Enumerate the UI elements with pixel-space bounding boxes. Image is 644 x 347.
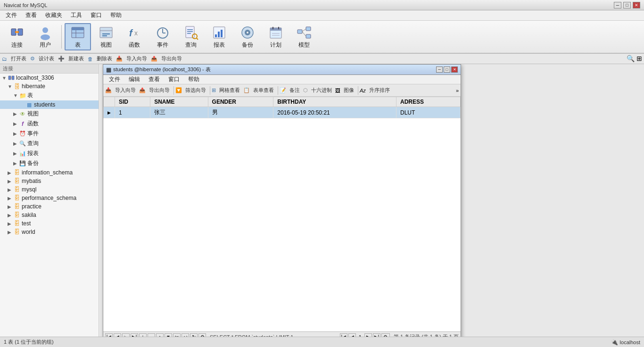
menu-tools[interactable]: 工具: [67, 10, 86, 20]
tree-table-students[interactable]: ▦ students: [0, 100, 99, 109]
tree-db-test[interactable]: ▶ 🗄 test: [0, 219, 99, 228]
nav-config[interactable]: ⚙: [198, 333, 206, 337]
btn-design-table[interactable]: 设计表: [36, 55, 57, 63]
toolbar-backup[interactable]: 备份: [234, 23, 261, 50]
tree-reports-folder[interactable]: ▶ 📊 报表: [0, 149, 99, 158]
close-button[interactable]: ✕: [633, 2, 640, 8]
nav-page-last[interactable]: ▶|: [373, 333, 380, 337]
nav-delete[interactable]: −: [148, 333, 155, 337]
toolbar-user[interactable]: 用户: [32, 23, 58, 50]
fw-toolbar-sep3: [278, 86, 278, 95]
tree-tables-folder[interactable]: ▼ 📁 表: [0, 91, 99, 100]
th-birthday[interactable]: BIRTHDAY: [273, 97, 396, 107]
toolbar-function[interactable]: fx 函数: [121, 23, 148, 50]
tree-db-performance-schema[interactable]: ▶ 🗄 performance_schema: [0, 194, 99, 202]
cell-birthday[interactable]: 2016-05-19 20:50:21: [273, 107, 396, 118]
nav-page-prev[interactable]: ◀: [348, 333, 356, 337]
fw-btn-image[interactable]: 图像: [341, 86, 356, 95]
tree-db-practice[interactable]: ▶ 🗄 practice: [0, 202, 99, 211]
th-row-indicator: [104, 97, 115, 107]
maximize-button[interactable]: □: [623, 2, 631, 8]
menu-favorites[interactable]: 收藏夹: [41, 10, 66, 20]
tree-db-information-schema[interactable]: ▶ 🗄 information_schema: [0, 168, 99, 177]
views-icon: 👁: [19, 111, 26, 117]
cell-gender[interactable]: 男: [208, 107, 273, 118]
fw-close-btn[interactable]: ✕: [451, 66, 458, 73]
table-row[interactable]: ▶ 1 张三 男 2016-05-19 20:50:21 DLUT: [104, 107, 461, 118]
search-icon[interactable]: 🔍: [627, 55, 635, 62]
fw-btn-sort[interactable]: 升序排序: [367, 86, 392, 95]
nav-page-next[interactable]: ▶: [364, 333, 372, 337]
toolbar-model[interactable]: 模型: [291, 23, 317, 50]
fw-menu-window[interactable]: 窗口: [165, 75, 183, 84]
nav-refresh[interactable]: ↻: [190, 333, 198, 337]
fw-menu-file[interactable]: 文件: [105, 75, 124, 84]
fw-btn-grid[interactable]: 网格查看: [217, 86, 242, 95]
toolbar-query[interactable]: 查询: [178, 23, 204, 50]
tree-connection[interactable]: ▼ localhost_3306: [0, 74, 99, 82]
menu-window[interactable]: 窗口: [87, 10, 106, 20]
btn-delete-table[interactable]: 删除表: [94, 55, 115, 63]
nav-first[interactable]: |◀: [105, 333, 113, 337]
svg-text:x: x: [134, 29, 138, 37]
toolbar-table[interactable]: 表: [65, 23, 91, 50]
btn-open-table[interactable]: 打开表: [8, 55, 29, 63]
tree-backup-folder[interactable]: ▶ 💾 备份: [0, 158, 99, 168]
hex-icon: ⬡: [303, 87, 308, 93]
btn-import[interactable]: 导入向导: [124, 55, 150, 63]
th-sname[interactable]: SNAME: [150, 97, 208, 107]
db2-icon: 🗄: [13, 169, 21, 176]
fw-btn-filter[interactable]: 筛选向导: [183, 86, 208, 95]
layout-icon[interactable]: ⊞: [636, 55, 642, 62]
nav-cut[interactable]: ✂: [173, 333, 181, 337]
fw-btn-import[interactable]: 导入向导: [113, 86, 138, 95]
tree-events-folder[interactable]: ▶ ⏰ 事件: [0, 129, 99, 139]
menu-help[interactable]: 帮助: [107, 10, 125, 20]
toolbar-schedule[interactable]: 计划: [263, 23, 289, 50]
icon-export: 📤: [151, 56, 157, 62]
cell-adress[interactable]: DLUT: [396, 107, 460, 118]
toolbar-report[interactable]: 报表: [206, 23, 232, 50]
tree-db-mysql[interactable]: ▶ 🗄 mysql: [0, 185, 99, 194]
fw-toolbar-sep2: [210, 86, 210, 95]
nav-add[interactable]: +: [139, 333, 147, 337]
fw-btn-hex[interactable]: 十六进制: [309, 86, 334, 95]
th-sid[interactable]: SID: [115, 97, 150, 107]
toolbar-view[interactable]: 视图: [93, 23, 119, 50]
nav-down[interactable]: ▼: [165, 333, 172, 337]
tree-queries-folder[interactable]: ▶ 🔍 查询: [0, 139, 99, 149]
tree-db-world[interactable]: ▶ 🗄 world: [0, 228, 99, 236]
tree-functions-folder[interactable]: ▶ f 函数: [0, 119, 99, 129]
th-gender[interactable]: GENDER: [208, 97, 273, 107]
toolbar-connect[interactable]: 连接: [4, 23, 30, 50]
nav-page-first[interactable]: |◀: [340, 333, 347, 337]
menu-file[interactable]: 文件: [2, 10, 21, 20]
th-adress[interactable]: ADRESS: [396, 97, 460, 107]
nav-up[interactable]: ▲: [156, 333, 164, 337]
tree-db-sakila[interactable]: ▶ 🗄 sakila: [0, 211, 99, 219]
menu-view[interactable]: 查看: [22, 10, 41, 20]
minimize-button[interactable]: ─: [614, 2, 621, 8]
fw-btn-export[interactable]: 导出向导: [147, 86, 172, 95]
fw-controls: ─ □ ✕: [436, 66, 458, 73]
tree-views-folder[interactable]: ▶ 👁 视图: [0, 109, 99, 119]
tree-db-hibernate[interactable]: ▼ 🗄 hibernate: [0, 82, 99, 91]
fw-menu-view[interactable]: 查看: [145, 75, 164, 84]
btn-new-table[interactable]: 新建表: [66, 55, 87, 63]
fw-toolbar-expand[interactable]: »: [456, 88, 459, 93]
cell-sid[interactable]: 1: [115, 107, 150, 118]
fw-minimize-btn[interactable]: ─: [436, 66, 443, 73]
nav-last[interactable]: ▶|: [131, 333, 138, 337]
tree-db-mybatis[interactable]: ▶ 🗄 mybatis: [0, 177, 99, 185]
fw-btn-form[interactable]: 表单查看: [251, 86, 276, 95]
fw-menu-help[interactable]: 帮助: [184, 75, 203, 84]
fw-maximize-btn[interactable]: □: [444, 66, 450, 73]
nav-prev[interactable]: ◀: [114, 333, 121, 337]
fw-menu-edit[interactable]: 编辑: [125, 75, 144, 84]
fw-btn-note[interactable]: 备注: [287, 86, 302, 95]
nav-page-config[interactable]: ⚙: [381, 333, 390, 337]
cell-sname[interactable]: 张三: [150, 107, 208, 118]
nav-undo[interactable]: ↩: [182, 333, 189, 337]
btn-export[interactable]: 导出向导: [158, 55, 185, 63]
toolbar-event[interactable]: 事件: [149, 23, 176, 50]
